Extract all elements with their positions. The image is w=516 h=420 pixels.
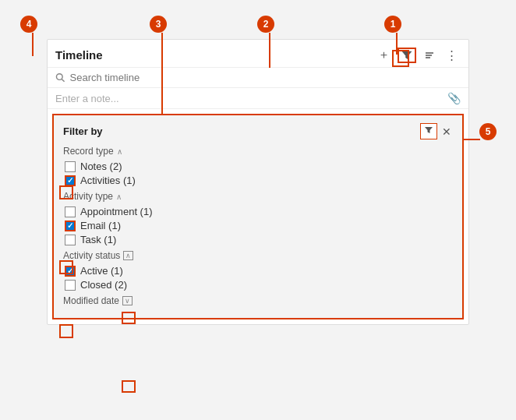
filter-panel: Filter by ✕ Record type ∧: [52, 114, 464, 319]
modified-date-chevron[interactable]: ∨: [122, 296, 133, 305]
filter-button[interactable]: [398, 48, 416, 63]
closed-checkbox[interactable]: [65, 280, 76, 291]
active-row: Active (1): [65, 265, 453, 277]
sort-icon: [424, 50, 435, 61]
task-row: Task (1): [65, 234, 453, 245]
appointment-checkbox[interactable]: [65, 206, 76, 217]
search-input[interactable]: [70, 72, 461, 83]
activity-type-chevron[interactable]: ∧: [116, 192, 122, 201]
activity-status-label: Activity status ∧: [63, 250, 453, 261]
record-type-label: Record type ∧: [63, 146, 453, 157]
filter-panel-filter-icon[interactable]: [420, 123, 437, 139]
filter-panel-icons: ✕: [420, 123, 453, 139]
svg-point-3: [56, 74, 62, 80]
task-checkbox[interactable]: [65, 235, 76, 245]
active-label[interactable]: Active (1): [80, 265, 123, 277]
activities-row: Activities (1): [65, 175, 453, 186]
record-type-chevron[interactable]: ∧: [117, 147, 122, 156]
section-modified-date: Modified date ∨: [63, 295, 453, 306]
search-bar: [48, 68, 468, 88]
timeline-actions: ＋ ⋮: [375, 46, 461, 64]
notes-checkbox-unchecked[interactable]: [65, 161, 76, 172]
activities-label[interactable]: Activities (1): [80, 175, 136, 186]
timeline-header: Timeline ＋ ⋮: [48, 40, 468, 68]
section-activity-status: Activity status ∧ Active (1) Closed (2): [63, 250, 453, 291]
activity-type-label: Activity type ∧: [63, 191, 453, 202]
email-checkbox-checked[interactable]: [65, 221, 76, 231]
annotation-3: 3: [150, 16, 167, 33]
appointment-row: Appointment (1): [65, 206, 453, 217]
add-button[interactable]: ＋: [375, 46, 393, 64]
note-input-area: Enter a note... 📎: [48, 88, 468, 109]
activity-status-chevron[interactable]: ∧: [123, 251, 133, 260]
note-placeholder: Enter a note...: [55, 93, 119, 104]
more-button[interactable]: ⋮: [443, 47, 461, 64]
active-checkbox-checked[interactable]: [65, 266, 76, 277]
filter-panel-title: Filter by: [63, 125, 103, 137]
closed-row: Closed (2): [65, 279, 453, 291]
appointment-label[interactable]: Appointment (1): [80, 206, 153, 217]
small-filter-icon: [424, 125, 433, 135]
svg-line-4: [62, 79, 64, 81]
annotation-5: 5: [479, 123, 497, 140]
annotation-1: 1: [384, 16, 401, 33]
email-row: Email (1): [65, 220, 453, 231]
section-record-type: Record type ∧ Notes (2) Activities (1): [63, 146, 453, 186]
modified-date-label: Modified date ∨: [63, 295, 453, 306]
activities-checkbox-checked[interactable]: [65, 175, 76, 186]
attachment-icon[interactable]: 📎: [447, 92, 461, 104]
timeline-title: Timeline: [55, 48, 103, 62]
annotation-2: 2: [257, 16, 274, 33]
notes-label[interactable]: Notes (2): [80, 161, 122, 172]
timeline-card: Timeline ＋ ⋮: [47, 39, 469, 325]
closed-label[interactable]: Closed (2): [80, 279, 127, 291]
notes-row: Notes (2): [65, 161, 453, 172]
sort-button[interactable]: [421, 48, 438, 62]
section-activity-type: Activity type ∧ Appointment (1) Email (1…: [63, 191, 453, 245]
filter-icon: [401, 50, 412, 61]
search-icon: [55, 72, 65, 83]
email-label[interactable]: Email (1): [80, 220, 121, 231]
filter-close-button[interactable]: ✕: [440, 125, 453, 138]
task-label[interactable]: Task (1): [80, 234, 116, 245]
annotation-4: 4: [20, 16, 37, 33]
filter-panel-header: Filter by ✕: [63, 123, 453, 139]
